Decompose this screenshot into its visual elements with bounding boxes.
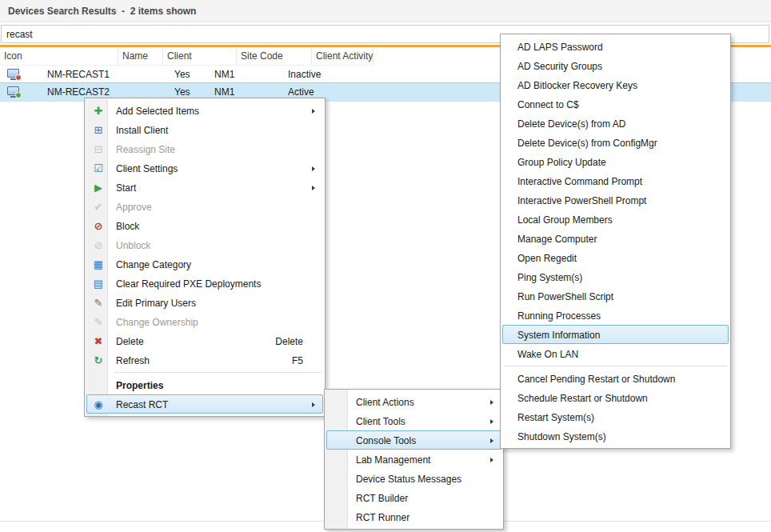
menu-item-label: Group Policy Update [517,157,606,168]
device-context-menu: Add Selected Items Install Client Reassi… [84,98,326,417]
submenu-arrow-icon [490,438,493,443]
console-tools-item-group-policy-update[interactable]: Group Policy Update [502,152,729,171]
menu-item-label: Install Client [116,125,168,136]
menu-item-refresh[interactable]: Refresh F5 [86,350,323,370]
menu-item-icon [88,313,109,331]
submenu-item-console-tools[interactable]: Console Tools [326,430,501,450]
console-tools-item-connect-to-c[interactable]: Connect to C$ [502,94,729,114]
context-menu-items: Add Selected Items Install Client Reassi… [85,101,325,414]
menu-item-label: Open Regedit [517,253,577,264]
console-tools-item-ad-bitlocker-recovery-keys[interactable]: AD Bitlocker Recovery Keys [502,75,729,94]
configmgr-console: Devices Search Results - 2 items shown I… [0,0,771,532]
menu-item-label: Schedule Restart or Shutdown [517,393,648,404]
column-header-label: Icon [4,50,22,62]
column-header-site-code[interactable]: Site Code [237,48,312,66]
console-tools-item-shutdown-system-s[interactable]: Shutdown System(s) [502,426,729,446]
menu-item-icon [88,102,109,120]
column-header-client[interactable]: Client [163,48,237,66]
console-tools-item-interactive-powershell-prompt[interactable]: Interactive PowerShell Prompt [502,190,729,210]
submenu-arrow-icon [490,458,493,462]
console-tools-item-ping-system-s[interactable]: Ping System(s) [502,267,729,286]
menu-item-label: AD Bitlocker Recovery Keys [517,80,637,91]
recast-rct-submenu: Client Actions Client Tools Console Tool… [324,389,504,530]
console-tools-submenu: AD LAPS Password AD Security Groups AD B… [500,34,731,449]
console-tools-item-running-processes[interactable]: Running Processes [502,306,729,325]
menu-item-label: Interactive PowerShell Prompt [517,195,646,206]
menu-item-label: AD LAPS Password [517,42,603,53]
menu-item-icon [88,332,109,350]
menu-item-label: Refresh [116,355,150,366]
menu-item-label: Properties [116,380,163,391]
menu-item-properties[interactable]: Properties [86,375,323,394]
menu-item-icon [88,217,109,235]
menu-item-label: System Information [517,330,600,341]
submenu-item-device-status-messages[interactable]: Device Status Messages [326,469,501,488]
menu-item-label: Edit Primary Users [116,298,196,309]
console-tools-item-restart-system-s[interactable]: Restart System(s) [502,407,729,426]
console-tools-item-open-regedit[interactable]: Open Regedit [502,248,729,267]
menu-item-label: Delete Device(s) from ConfigMgr [517,138,657,149]
menu-item-label: Connect to C$ [517,99,579,110]
console-tools-item-run-powershell-script[interactable]: Run PowerShell Script [502,286,729,306]
console-tools-item-interactive-command-prompt[interactable]: Interactive Command Prompt [502,171,729,190]
menu-item-recast-rct[interactable]: Recast RCT [86,394,323,414]
recast-submenu-items: Client Actions Client Tools Console Tool… [325,392,503,526]
menu-item-change-ownership: Change Ownership [86,312,323,331]
console-tools-item-ad-security-groups[interactable]: AD Security Groups [502,56,729,75]
device-client-activity: Inactive [280,66,355,83]
console-tools-item-wake-on-lan[interactable]: Wake On LAN [502,344,729,363]
submenu-item-lab-management[interactable]: Lab Management [326,450,501,469]
menu-item-delete[interactable]: Delete Delete [86,331,323,350]
column-header-icon[interactable]: Icon [0,48,118,66]
column-header-name[interactable]: Name [118,48,163,66]
menu-item-label: Reassign Site [116,144,175,155]
console-tools-item-cancel-pending-restart-or-shutdown[interactable]: Cancel Pending Restart or Shutdown [502,369,729,388]
menu-item-clear-required-pxe-deployments[interactable]: Clear Required PXE Deployments [86,274,323,293]
menu-item-label: Delete Device(s) from AD [517,118,625,130]
device-client: Yes [162,66,206,83]
menu-separator [114,372,322,373]
device-icon [7,86,22,98]
submenu-item-rct-runner[interactable]: RCT Runner [326,507,501,526]
menu-item-add-selected-items[interactable]: Add Selected Items [86,101,323,120]
menu-item-label: Approve [116,202,152,213]
menu-item-install-client[interactable]: Install Client [86,120,323,139]
console-tools-item-delete-device-s-from-ad[interactable]: Delete Device(s) from AD [502,114,729,133]
menu-item-start[interactable]: Start [86,178,323,197]
menu-item-edit-primary-users[interactable]: Edit Primary Users [86,293,323,312]
menu-item-shortcut: F5 [292,351,303,370]
console-tools-item-delete-device-s-from-configmgr[interactable]: Delete Device(s) from ConfigMgr [502,133,729,152]
menu-item-label: Run PowerShell Script [517,291,613,302]
console-tools-item-system-information[interactable]: System Information [502,325,729,344]
menu-item-change-category[interactable]: Change Category [86,254,323,274]
menu-item-label: Device Status Messages [356,474,461,485]
menu-item-icon [88,351,109,370]
console-tools-item-ad-laps-password[interactable]: AD LAPS Password [502,37,729,56]
menu-item-label: Unblock [116,240,150,251]
menu-item-reassign-site: Reassign Site [86,139,323,158]
menu-item-label: Console Tools [356,435,416,446]
console-tools-item-manage-computer[interactable]: Manage Computer [502,229,729,248]
menu-item-icon [88,294,109,312]
submenu-item-rct-builder[interactable]: RCT Builder [326,488,501,507]
menu-item-label: Running Processes [517,310,601,322]
menu-item-block[interactable]: Block [86,216,323,235]
column-header-client-activity[interactable]: Client Activity [312,48,374,66]
menu-item-label: Change Ownership [116,317,198,328]
menu-item-icon [88,159,109,178]
console-tools-item-local-group-members[interactable]: Local Group Members [502,210,729,229]
column-header-label: Client [167,50,192,62]
menu-item-label: Recast RCT [116,399,168,410]
menu-item-label: Clear Required PXE Deployments [116,278,261,290]
submenu-item-client-actions[interactable]: Client Actions [326,392,501,411]
console-tools-item-schedule-restart-or-shutdown[interactable]: Schedule Restart or Shutdown [502,388,729,407]
menu-item-label: RCT Runner [356,512,409,523]
device-name: NM-RECAST1 [43,66,162,83]
menu-item-label: Change Category [116,259,191,270]
results-header: Devices Search Results - 2 items shown [0,0,771,22]
submenu-arrow-icon [490,419,493,424]
submenu-item-client-tools[interactable]: Client Tools [326,411,501,430]
menu-item-approve: Approve [86,197,323,216]
menu-item-client-settings[interactable]: Client Settings [86,158,323,178]
menu-item-label: Ping System(s) [517,272,582,283]
